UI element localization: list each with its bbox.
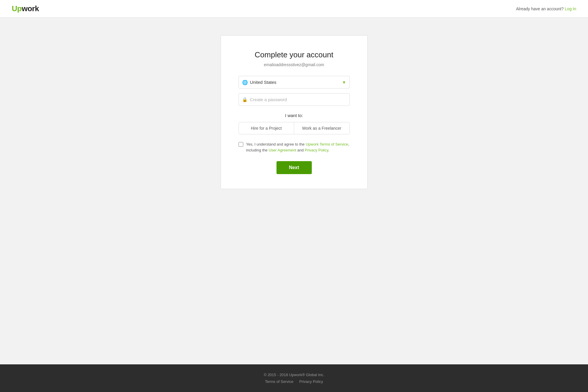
work-as-freelancer-button[interactable]: Work as a Freelancer	[294, 122, 349, 134]
logo-work: work	[22, 4, 39, 13]
terms-checkbox[interactable]	[239, 142, 243, 147]
footer-privacy-link[interactable]: Privacy Policy	[299, 379, 323, 384]
card-email: emalioaddressstivez@gmail.com	[239, 62, 350, 67]
main-content: Complete your account emalioaddressstive…	[0, 18, 588, 364]
card-title: Complete your account	[239, 50, 350, 59]
hire-for-project-button[interactable]: Hire for a Project	[239, 122, 294, 134]
user-agreement-link[interactable]: User Agreement	[269, 148, 296, 152]
i-want-to-label: I want to:	[239, 113, 350, 118]
already-account-text: Already have an account?	[516, 6, 564, 11]
signup-card: Complete your account emalioaddressstive…	[221, 35, 368, 189]
country-select[interactable]: United States United Kingdom Canada Aust…	[239, 76, 350, 89]
country-select-wrapper: 🌐 United States United Kingdom Canada Au…	[239, 76, 350, 89]
footer-copyright: © 2015 - 2018 Upwork® Global Inc.	[6, 373, 582, 377]
password-input-wrapper: 🔒	[239, 93, 350, 106]
footer: © 2015 - 2018 Upwork® Global Inc. Terms …	[0, 364, 588, 392]
next-button[interactable]: Next	[276, 161, 312, 174]
privacy-policy-link[interactable]: Privacy Policy	[305, 148, 328, 152]
login-link[interactable]: Log In	[565, 6, 576, 11]
terms-and-text: and	[296, 148, 305, 152]
terms-suffix-text: .	[328, 148, 329, 152]
intent-toggle-group: Hire for a Project Work as a Freelancer	[239, 122, 350, 134]
terms-label[interactable]: Yes, I understand and agree to the Upwor…	[246, 141, 350, 153]
header: Upwork Already have an account? Log In	[0, 0, 588, 18]
logo-up: Up	[12, 4, 22, 13]
footer-links: Terms of Service Privacy Policy	[6, 379, 582, 384]
header-right: Already have an account? Log In	[516, 6, 576, 11]
footer-terms-link[interactable]: Terms of Service	[265, 379, 294, 384]
logo: Upwork	[12, 4, 39, 13]
terms-prefix-text: Yes, I understand and agree to the	[246, 142, 306, 146]
terms-of-service-link[interactable]: Upwork Terms of Service	[306, 142, 348, 146]
terms-checkbox-area: Yes, I understand and agree to the Upwor…	[239, 141, 350, 153]
password-input[interactable]	[239, 93, 350, 106]
